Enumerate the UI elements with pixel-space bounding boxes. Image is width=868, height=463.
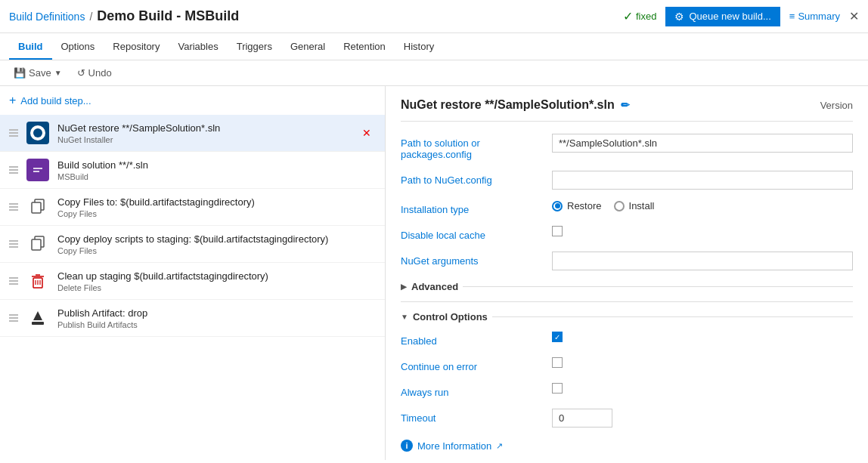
svg-rect-2 [33, 171, 39, 172]
tab-history[interactable]: History [395, 35, 443, 60]
radio-restore[interactable]: Restore [552, 200, 602, 211]
drag-handle [9, 314, 20, 322]
disable-cache-label: Disable local cache [401, 226, 552, 241]
msbuild-step-info: Build solution **/*.sln MSBuild [57, 159, 376, 181]
drag-handle [9, 203, 20, 211]
right-panel: NuGet restore **/SampleSolution*.sln ✏ V… [386, 86, 868, 460]
installation-type-radio-group: Restore Install [552, 200, 853, 211]
radio-install[interactable]: Install [614, 200, 655, 211]
continue-error-label: Continue on error [401, 357, 552, 372]
enabled-checkbox[interactable]: ✓ [552, 332, 563, 342]
svg-rect-4 [32, 202, 41, 213]
path-solution-label: Path to solution or packages.config [401, 134, 552, 160]
timeout-input[interactable] [552, 409, 612, 428]
page-title: Demo Build - MSBuild [97, 8, 239, 24]
continue-error-checkbox[interactable] [552, 357, 563, 368]
svg-rect-1 [33, 168, 42, 169]
nav-tabs: Build Options Repository Variables Trigg… [0, 33, 868, 60]
msbuild-step-title: Build solution **/*.sln [57, 159, 376, 171]
add-step-button[interactable]: + Add build step... [0, 86, 385, 115]
path-solution-control [552, 134, 853, 153]
control-options-label: Control Options [413, 311, 488, 323]
close-button[interactable]: ✕ [849, 9, 859, 23]
enabled-label: Enabled [401, 332, 552, 347]
header-actions: ✓ fixed ⚙ Queue new build... ≡ Summary ✕ [623, 7, 859, 26]
copy1-step-info: Copy Files to: $(build.artifactstagingdi… [57, 196, 376, 218]
nuget-step-subtitle: NuGet Installer [57, 135, 358, 144]
status-text: fixed [636, 11, 656, 22]
control-options-title: ▼ Control Options [401, 311, 853, 323]
undo-label: Undo [88, 67, 112, 79]
disable-cache-checkbox[interactable] [552, 226, 563, 236]
drag-handle [9, 166, 20, 174]
delete-step-icon [26, 269, 50, 293]
disable-cache-row: Disable local cache [401, 226, 853, 241]
nuget-config-input[interactable] [552, 171, 853, 190]
save-button[interactable]: 💾 Save ▼ [9, 65, 67, 81]
summary-icon: ≡ [789, 11, 795, 22]
copy-icon [26, 196, 49, 218]
edit-icon[interactable]: ✏ [621, 99, 630, 111]
timeout-control [552, 409, 853, 428]
queue-build-button[interactable]: ⚙ Queue new build... [665, 7, 780, 26]
nuget-config-label: Path to NuGet.config [401, 171, 552, 186]
tab-retention[interactable]: Retention [334, 35, 395, 60]
delete-step-subtitle: Delete Files [57, 283, 376, 292]
build-step-copy1[interactable]: Copy Files to: $(build.artifactstagingdi… [0, 189, 385, 226]
build-step-copy2[interactable]: Copy deploy scripts to staging: $(build.… [0, 226, 385, 263]
build-step-nuget[interactable]: NuGet restore **/SampleSolution*.sln NuG… [0, 115, 385, 152]
more-info-link[interactable]: i More Information ↗ [401, 440, 853, 452]
plus-icon: + [9, 94, 16, 107]
radio-install-circle [614, 201, 625, 211]
nuget-icon-inner [30, 125, 45, 140]
delete-icon [26, 270, 49, 292]
installation-type-control: Restore Install [552, 200, 853, 211]
copy1-step-subtitle: Copy Files [57, 209, 376, 218]
msbuild-icon [26, 159, 49, 181]
header: Build Definitions / Demo Build - MSBuild… [0, 0, 868, 33]
copy1-step-title: Copy Files to: $(build.artifactstagingdi… [57, 196, 376, 208]
always-run-checkbox-wrap [552, 383, 853, 394]
enabled-checkbox-wrap: ✓ [552, 332, 853, 342]
msbuild-step-icon [26, 158, 50, 182]
always-run-checkbox[interactable] [552, 383, 563, 394]
tab-variables[interactable]: Variables [169, 35, 227, 60]
nuget-icon [26, 122, 49, 144]
copy2-step-subtitle: Copy Files [57, 246, 376, 255]
svg-rect-0 [32, 165, 44, 174]
continue-error-checkbox-wrap [552, 357, 853, 368]
disable-cache-checkbox-wrap [552, 226, 853, 236]
tab-triggers[interactable]: Triggers [228, 35, 281, 60]
save-label: Save [29, 67, 51, 79]
summary-button[interactable]: ≡ Summary [789, 11, 840, 22]
queue-icon: ⚙ [674, 11, 684, 23]
right-header: NuGet restore **/SampleSolution*.sln ✏ V… [401, 98, 853, 122]
tab-build[interactable]: Build [9, 35, 52, 60]
tab-options[interactable]: Options [52, 35, 104, 60]
breadcrumb-separator: / [89, 11, 92, 23]
copy2-step-title: Copy deploy scripts to staging: $(build.… [57, 233, 376, 245]
path-solution-input[interactable] [552, 134, 853, 153]
control-options-arrow-icon: ▼ [401, 313, 408, 321]
build-step-msbuild[interactable]: Build solution **/*.sln MSBuild [0, 152, 385, 189]
advanced-section-header[interactable]: ▶ Advanced [401, 281, 853, 292]
nuget-args-input[interactable] [552, 252, 853, 270]
queue-btn-label: Queue new build... [689, 11, 770, 22]
save-icon: 💾 [14, 67, 26, 79]
nuget-args-row: NuGet arguments [401, 252, 853, 270]
tab-repository[interactable]: Repository [104, 35, 169, 60]
always-run-label: Always run [401, 383, 552, 398]
main-content: + Add build step... NuGet restore **/Sam… [0, 86, 868, 460]
timeout-row: Timeout [401, 409, 853, 428]
breadcrumb-link[interactable]: Build Definitions [9, 11, 85, 23]
build-step-delete[interactable]: Clean up staging $(build.artifactstaging… [0, 263, 385, 300]
nuget-delete-button[interactable]: ✕ [358, 125, 376, 140]
add-step-label: Add build step... [20, 95, 91, 106]
undo-button[interactable]: ↺ Undo [73, 65, 116, 81]
tab-general[interactable]: General [281, 35, 334, 60]
build-step-publish[interactable]: Publish Artifact: drop Publish Build Art… [0, 300, 385, 337]
always-run-row: Always run [401, 383, 853, 398]
installation-type-label: Installation type [401, 200, 552, 215]
installation-type-row: Installation type Restore Install [401, 200, 853, 215]
continue-error-control [552, 357, 853, 368]
